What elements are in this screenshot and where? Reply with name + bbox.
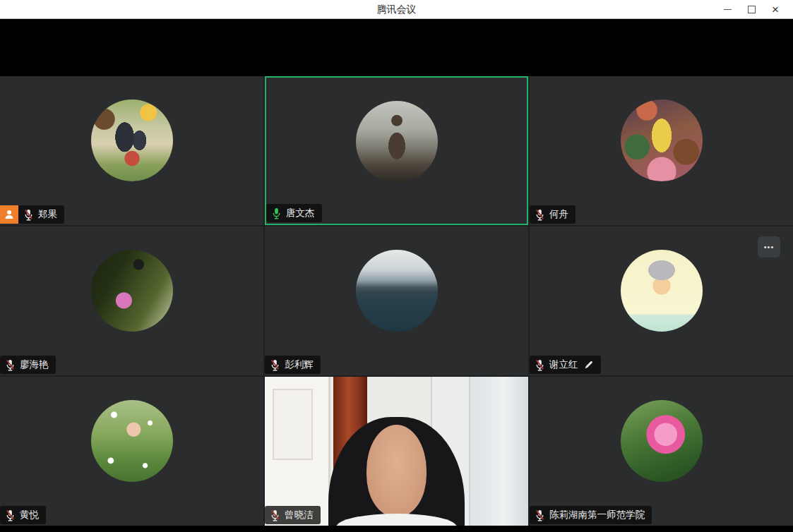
video-bg-door [265, 377, 330, 526]
participant-name: 廖海艳 [20, 358, 49, 371]
participant-tile[interactable]: 陈莉湖南第一师范学院 [530, 377, 793, 526]
participant-tile[interactable]: 何舟 [530, 76, 793, 225]
nameplate-row: 彭利辉 [265, 356, 321, 374]
participant-avatar [621, 400, 703, 482]
nameplate-row: 谢立红 [530, 356, 601, 374]
video-person-face [366, 425, 427, 517]
participant-avatar [356, 101, 438, 183]
minimize-icon [724, 9, 732, 10]
mic-muted-icon [5, 509, 16, 521]
nameplate: 廖海艳 [0, 356, 56, 374]
participant-name: 郑果 [38, 208, 57, 221]
participant-grid: 郑果 唐文杰 何舟 [0, 76, 793, 526]
maximize-button[interactable] [739, 0, 763, 19]
participant-tile[interactable]: 郑果 [0, 76, 263, 225]
participant-name: 谢立红 [549, 358, 578, 371]
minimize-button[interactable] [715, 0, 739, 19]
nameplate-row: 何舟 [530, 205, 576, 224]
participant-tile[interactable]: 彭利辉 [265, 226, 528, 375]
nameplate: 曾晓洁 [265, 506, 321, 524]
meeting-stage: 郑果 唐文杰 何舟 [0, 19, 793, 532]
participant-tile[interactable]: 廖海艳 [0, 226, 263, 375]
mic-muted-icon [535, 209, 545, 221]
close-button[interactable]: × [763, 0, 787, 19]
host-person-badge [0, 205, 18, 224]
video-bg-curtain [470, 377, 528, 526]
participant-tile-active-speaker[interactable]: 唐文杰 [265, 76, 528, 225]
nameplate-row: 曾晓洁 [265, 506, 321, 524]
participant-avatar [621, 250, 703, 332]
nameplate: 郑果 [18, 205, 64, 224]
nameplate: 谢立红 [530, 356, 601, 374]
nameplate-row: 陈莉湖南第一师范学院 [530, 506, 652, 524]
participant-avatar [91, 400, 173, 482]
nameplate-row: 郑果 [0, 205, 64, 224]
more-options-button[interactable]: ••• [758, 236, 780, 258]
mic-muted-icon [535, 359, 545, 371]
window-titlebar: 腾讯会议 × [0, 0, 793, 19]
nameplate: 彭利辉 [265, 356, 321, 374]
participant-avatar [621, 99, 703, 181]
window-title: 腾讯会议 [0, 0, 793, 19]
close-icon: × [772, 4, 779, 16]
participant-tile[interactable]: ••• 谢立红 [530, 226, 793, 375]
participant-name: 彭利辉 [285, 358, 314, 371]
nameplate: 何舟 [530, 205, 576, 224]
edit-name-pencil-icon[interactable] [584, 360, 594, 370]
mic-active-icon [271, 207, 282, 219]
mic-muted-icon [535, 509, 545, 521]
participant-tile[interactable]: 黄悦 [0, 377, 263, 526]
window-controls: × [715, 0, 787, 19]
mic-muted-icon [270, 359, 280, 371]
participant-name: 唐文杰 [286, 207, 315, 219]
nameplate-row: 廖海艳 [0, 356, 56, 374]
participant-name: 曾晓洁 [285, 509, 314, 521]
participant-avatar [91, 250, 173, 332]
live-video-feed [265, 377, 528, 526]
mic-muted-icon [270, 509, 280, 521]
maximize-icon [748, 6, 756, 13]
nameplate-row: 唐文杰 [266, 204, 322, 222]
participant-tile-video[interactable]: 曾晓洁 [265, 377, 528, 526]
participant-avatar [91, 99, 173, 181]
mic-muted-icon [5, 359, 16, 371]
person-icon [4, 209, 15, 220]
nameplate: 陈莉湖南第一师范学院 [530, 506, 652, 524]
nameplate: 黄悦 [0, 506, 46, 524]
nameplate-row: 黄悦 [0, 506, 46, 524]
participant-name: 陈莉湖南第一师范学院 [549, 509, 645, 521]
mic-muted-icon [23, 209, 34, 221]
nameplate: 唐文杰 [266, 204, 322, 222]
participant-avatar [356, 250, 438, 332]
participant-name: 黄悦 [20, 509, 39, 521]
participant-name: 何舟 [549, 208, 568, 221]
